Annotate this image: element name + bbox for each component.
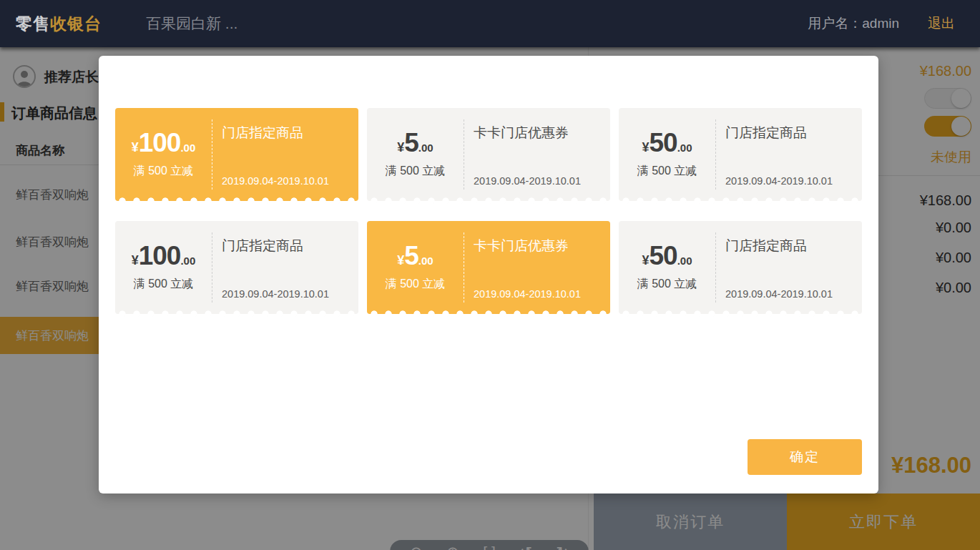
coupon-amount: ¥5.00 [367,241,464,271]
coupon-amount: ¥100.00 [115,128,212,158]
coupon-condition: 满 500 立减 [115,164,212,179]
coupon-amount: ¥50.00 [619,128,715,158]
coupon-date-range: 2019.09.04-2019.10.01 [222,288,329,300]
coupon-title: 门店指定商品 [222,237,303,255]
coupon-divider [464,119,464,190]
coupon-amount: ¥50.00 [619,241,715,271]
coupon-date-range: 2019.09.04-2019.10.01 [474,288,581,300]
app-header: 零售收银台 百果园白新 ... 用户名：admin 退出 [0,0,980,47]
coupon-title: 门店指定商品 [725,237,807,255]
confirm-button[interactable]: 确定 [748,439,862,475]
coupon-card[interactable]: ¥100.00 满 500 立减 门店指定商品 2019.09.04-2019.… [115,108,358,201]
store-name: 百果园白新 ... [146,14,237,34]
coupon-card[interactable]: ¥50.00 满 500 立减 门店指定商品 2019.09.04-2019.1… [619,221,862,314]
coupon-date-range: 2019.09.04-2019.10.01 [725,288,833,300]
coupon-condition: 满 500 立减 [367,277,464,292]
coupon-condition: 满 500 立减 [619,277,715,292]
coupon-card[interactable]: ¥5.00 满 500 立减 卡卡门店优惠券 2019.09.04-2019.1… [367,108,610,201]
coupon-title: 卡卡门店优惠券 [474,124,569,142]
coupon-card[interactable]: ¥5.00 满 500 立减 卡卡门店优惠券 2019.09.04-2019.1… [367,221,610,314]
coupon-card[interactable]: ¥50.00 满 500 立减 门店指定商品 2019.09.04-2019.1… [619,108,862,201]
coupon-amount: ¥100.00 [115,241,212,271]
coupon-select-dialog: 选择优惠券 （已选两张） ¥100.00 满 500 立减 门店指定商品 201… [99,56,878,493]
coupon-amount: ¥5.00 [367,128,464,158]
brand-cashier: 收银台 [50,14,102,33]
coupon-date-range: 2019.09.04-2019.10.01 [222,175,329,187]
username-label: 用户名：admin [808,14,899,33]
coupon-condition: 满 500 立减 [367,164,464,179]
coupon-divider [212,119,212,190]
coupon-condition: 满 500 立减 [619,164,715,179]
coupon-divider [212,232,212,303]
coupon-divider [715,232,716,303]
logout-button[interactable]: 退出 [928,14,955,33]
coupon-title: 门店指定商品 [222,124,303,142]
coupon-date-range: 2019.09.04-2019.10.01 [725,175,833,187]
coupon-card[interactable]: ¥100.00 满 500 立减 门店指定商品 2019.09.04-2019.… [115,221,358,314]
coupon-date-range: 2019.09.04-2019.10.01 [474,175,581,187]
username-value: admin [862,16,899,31]
coupon-divider [464,232,464,303]
coupon-title: 门店指定商品 [725,124,807,142]
brand-retail: 零售 [16,14,50,33]
coupon-title: 卡卡门店优惠券 [474,237,569,255]
coupon-divider [715,119,716,190]
app-logo: 零售收银台 [16,13,102,35]
coupon-condition: 满 500 立减 [115,277,212,292]
